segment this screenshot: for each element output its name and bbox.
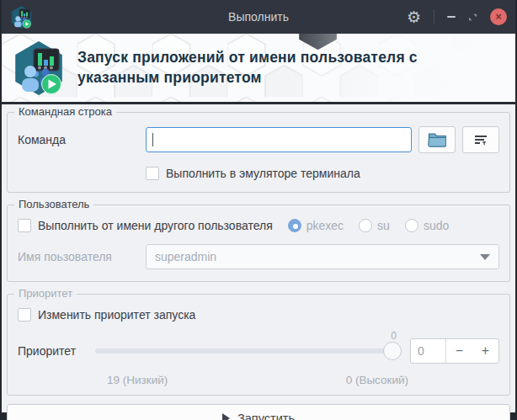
browse-file-button[interactable] <box>418 126 456 153</box>
username-label: Имя поьзователя <box>18 250 146 263</box>
radio-item-pkexec[interactable]: pkexec <box>288 219 344 232</box>
titlebar: Выполнить ⚙ × <box>2 0 515 34</box>
page-title-line1: Запуск приложений от имени пользователя … <box>77 48 418 68</box>
spinbox-value[interactable]: 0 <box>411 339 446 363</box>
slider-value-bubble: 0 <box>391 330 397 342</box>
slider-handle[interactable] <box>383 342 402 360</box>
command-line-group: Командная строка Команда <box>7 112 510 193</box>
history-button[interactable] <box>462 126 499 153</box>
pkexec-radio[interactable] <box>288 219 301 232</box>
priority-label: Приоритет <box>18 344 95 358</box>
user-group-legend: Пользователь <box>14 198 93 210</box>
command-input[interactable] <box>146 127 412 152</box>
low-priority-label: 19 (Низкий) <box>107 374 168 386</box>
run-as-other-user-label: Выполнить от имени другого пользователя <box>38 219 273 232</box>
change-priority-checkbox[interactable] <box>18 308 31 322</box>
command-input-wrap <box>146 127 412 152</box>
terminal-checkbox-label: Выполнить в эмуляторе терминала <box>166 167 360 180</box>
maximize-button[interactable] <box>468 13 477 22</box>
history-lines-icon <box>472 132 489 147</box>
run-as-other-user-checkbox[interactable] <box>18 219 31 232</box>
header-banner: Запуск приложений от имени пользователя … <box>2 34 515 104</box>
content-area: Командная строка Команда <box>2 104 515 412</box>
radio-item-sudo[interactable]: sudo <box>405 219 449 232</box>
run-button-label: Запустить <box>237 412 295 420</box>
change-priority-label: Изменить приоритет запуска <box>38 308 195 322</box>
folder-icon <box>428 132 446 147</box>
settings-gear-icon[interactable]: ⚙ <box>407 9 421 25</box>
page-title: Запуск приложений от имени пользователя … <box>77 48 418 88</box>
spin-increment-button[interactable]: + <box>472 339 498 363</box>
command-line-group-legend: Командная строка <box>14 105 116 118</box>
app-icon <box>10 6 33 29</box>
page-title-line2: указанным приоритетом <box>77 68 418 88</box>
user-group: Пользователь Выполнить от имени другого … <box>7 205 510 282</box>
play-icon <box>222 413 230 420</box>
slider-track[interactable] <box>95 348 398 354</box>
priority-spinbox: 0 − + <box>410 338 499 364</box>
spin-decrement-button[interactable]: − <box>446 339 472 363</box>
close-button[interactable]: × <box>490 8 507 25</box>
app-window: Выполнить ⚙ × <box>0 0 517 420</box>
su-radio[interactable] <box>359 219 372 232</box>
command-label: Команда <box>18 133 146 146</box>
username-value: superadmin <box>155 250 480 263</box>
username-combobox[interactable]: superadmin <box>146 244 499 269</box>
run-button[interactable]: Запустить <box>7 404 510 420</box>
su-radio-label: su <box>377 219 390 232</box>
sudo-radio-label: sudo <box>424 219 449 232</box>
terminal-checkbox[interactable] <box>146 167 159 180</box>
priority-group-legend: Приоритет <box>14 287 77 300</box>
sudo-radio[interactable] <box>405 219 418 232</box>
chevron-down-icon <box>480 254 490 260</box>
radio-item-su[interactable]: su <box>359 219 390 232</box>
high-priority-label: 0 (Высокий) <box>346 374 408 386</box>
priority-group: Приоритет Изменить приоритет запуска При… <box>7 294 510 396</box>
minimize-button[interactable] <box>447 16 456 18</box>
pkexec-radio-label: pkexec <box>306 219 344 232</box>
priority-slider[interactable]: 0 <box>95 341 402 361</box>
text-cursor <box>152 133 153 146</box>
app-logo <box>12 41 66 95</box>
titlebar-separator <box>434 9 434 24</box>
